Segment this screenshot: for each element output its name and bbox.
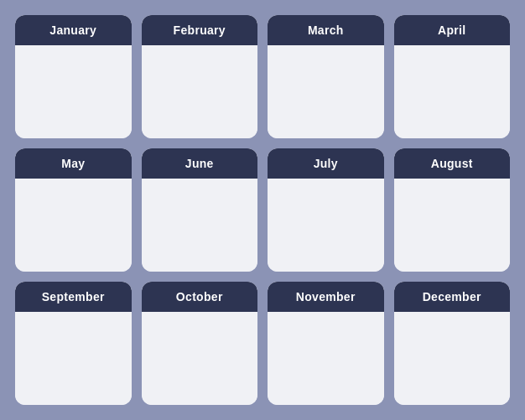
month-body-november bbox=[268, 312, 384, 405]
month-body-june bbox=[142, 179, 258, 272]
calendar-grid: JanuaryFebruaryMarchAprilMayJuneJulyAugu… bbox=[0, 0, 525, 420]
month-header-june: June bbox=[142, 148, 258, 179]
month-body-april bbox=[394, 45, 511, 138]
month-header-october: October bbox=[142, 282, 258, 312]
month-header-february: February bbox=[142, 15, 258, 45]
month-card-february[interactable]: February bbox=[142, 15, 258, 138]
month-card-april[interactable]: April bbox=[394, 15, 511, 138]
month-body-october bbox=[142, 312, 258, 405]
month-header-september: September bbox=[15, 282, 132, 312]
month-header-july: July bbox=[268, 148, 384, 179]
month-body-august bbox=[394, 179, 511, 272]
month-card-march[interactable]: March bbox=[268, 15, 384, 138]
month-header-march: March bbox=[268, 15, 384, 45]
month-body-december bbox=[394, 312, 511, 405]
month-header-may: May bbox=[15, 148, 132, 179]
month-body-may bbox=[15, 179, 132, 272]
month-header-august: August bbox=[394, 148, 511, 179]
month-header-november: November bbox=[268, 282, 384, 312]
month-body-february bbox=[142, 45, 258, 138]
month-body-march bbox=[268, 45, 384, 138]
month-header-january: January bbox=[15, 15, 132, 45]
month-card-may[interactable]: May bbox=[15, 148, 132, 272]
month-card-september[interactable]: September bbox=[15, 282, 132, 405]
month-card-july[interactable]: July bbox=[268, 148, 384, 272]
month-body-january bbox=[15, 45, 132, 138]
month-card-november[interactable]: November bbox=[268, 282, 384, 405]
month-body-july bbox=[268, 179, 384, 272]
month-body-september bbox=[15, 312, 132, 405]
month-card-october[interactable]: October bbox=[142, 282, 258, 405]
month-card-june[interactable]: June bbox=[142, 148, 258, 272]
month-card-august[interactable]: August bbox=[394, 148, 511, 272]
month-card-january[interactable]: January bbox=[15, 15, 132, 138]
month-header-december: December bbox=[394, 282, 511, 312]
month-card-december[interactable]: December bbox=[394, 282, 511, 405]
month-header-april: April bbox=[394, 15, 511, 45]
